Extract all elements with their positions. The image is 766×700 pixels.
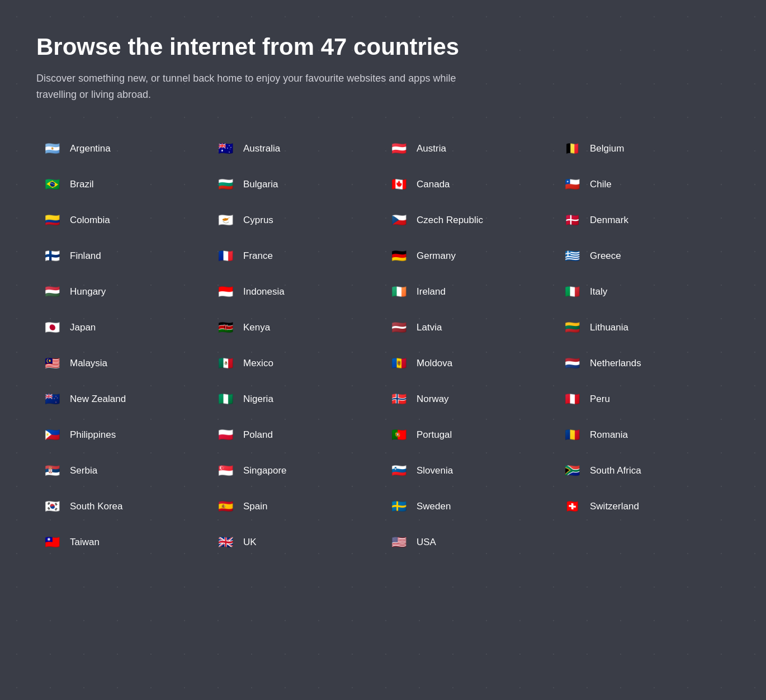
country-name: Bulgaria xyxy=(243,179,278,190)
country-flag: 🇹🇼 xyxy=(41,535,63,550)
country-name: Spain xyxy=(243,501,267,512)
country-name: Ireland xyxy=(417,286,446,297)
country-name: Sweden xyxy=(417,501,451,512)
country-item[interactable]: 🇨🇦Canada xyxy=(383,167,556,202)
country-flag: 🇳🇱 xyxy=(561,356,583,371)
country-item[interactable]: 🇮🇪Ireland xyxy=(383,274,556,310)
country-flag: 🇦🇷 xyxy=(41,141,63,157)
country-flag: 🇨🇾 xyxy=(214,212,237,228)
country-item[interactable]: 🇫🇮Finland xyxy=(36,238,210,274)
page-subtitle: Discover something new, or tunnel back h… xyxy=(36,70,484,103)
country-flag: 🇭🇺 xyxy=(41,284,63,300)
country-name: South Africa xyxy=(590,465,641,476)
country-flag: 🇷🇴 xyxy=(561,427,583,443)
country-flag: 🇷🇸 xyxy=(41,463,63,479)
country-item[interactable]: 🇦🇷Argentina xyxy=(36,131,210,167)
country-flag: 🇫🇷 xyxy=(214,248,237,264)
country-item[interactable]: 🇰🇪Kenya xyxy=(210,310,383,346)
country-item[interactable]: 🇿🇦South Africa xyxy=(556,453,730,489)
country-name: UK xyxy=(243,537,257,548)
country-item[interactable]: 🇸🇬Singapore xyxy=(210,453,383,489)
country-item[interactable]: 🇦🇺Australia xyxy=(210,131,383,167)
country-name: Italy xyxy=(590,286,607,297)
country-name: Germany xyxy=(417,250,456,262)
country-name: Argentina xyxy=(70,143,111,154)
country-name: Malaysia xyxy=(70,358,107,369)
country-item[interactable]: 🇲🇩Moldova xyxy=(383,346,556,381)
country-flag: 🇵🇱 xyxy=(214,427,237,443)
country-flag: 🇮🇪 xyxy=(387,284,410,300)
country-name: Romania xyxy=(590,429,628,441)
country-flag: 🇨🇿 xyxy=(387,212,410,228)
country-flag: 🇦🇹 xyxy=(387,141,410,157)
country-name: Kenya xyxy=(243,322,270,333)
country-item[interactable]: 🇧🇬Bulgaria xyxy=(210,167,383,202)
country-item[interactable]: 🇵🇭Philippines xyxy=(36,417,210,453)
country-flag: 🇺🇸 xyxy=(387,535,410,550)
country-item[interactable]: 🇨🇱Chile xyxy=(556,167,730,202)
country-item[interactable]: 🇨🇴Colombia xyxy=(36,202,210,238)
country-item[interactable]: 🇩🇪Germany xyxy=(383,238,556,274)
country-name: Cyprus xyxy=(243,215,273,226)
country-item[interactable]: 🇪🇸Spain xyxy=(210,489,383,524)
country-name: Hungary xyxy=(70,286,106,297)
country-name: Colombia xyxy=(70,215,110,226)
country-flag: 🇱🇻 xyxy=(387,320,410,335)
country-item[interactable]: 🇱🇻Latvia xyxy=(383,310,556,346)
country-name: USA xyxy=(417,537,436,548)
country-item[interactable]: 🇲🇾Malaysia xyxy=(36,346,210,381)
country-name: South Korea xyxy=(70,501,123,512)
country-item[interactable]: 🇨🇿Czech Republic xyxy=(383,202,556,238)
country-flag: 🇩🇰 xyxy=(561,212,583,228)
country-name: Netherlands xyxy=(590,358,641,369)
country-item[interactable]: 🇷🇸Serbia xyxy=(36,453,210,489)
country-flag: 🇳🇬 xyxy=(214,391,237,407)
country-item[interactable]: 🇯🇵Japan xyxy=(36,310,210,346)
country-item[interactable]: 🇳🇴Norway xyxy=(383,381,556,417)
country-flag: 🇨🇱 xyxy=(561,177,583,192)
country-name: Slovenia xyxy=(417,465,453,476)
country-item[interactable]: 🇧🇷Brazil xyxy=(36,167,210,202)
country-flag: 🇧🇷 xyxy=(41,177,63,192)
country-item[interactable]: 🇧🇪Belgium xyxy=(556,131,730,167)
country-name: Latvia xyxy=(417,322,442,333)
country-name: Denmark xyxy=(590,215,628,226)
country-item[interactable]: 🇭🇺Hungary xyxy=(36,274,210,310)
country-item[interactable]: 🇦🇹Austria xyxy=(383,131,556,167)
country-flag: 🇲🇾 xyxy=(41,356,63,371)
country-item[interactable]: 🇱🇹Lithuania xyxy=(556,310,730,346)
country-item[interactable]: 🇵🇹Portugal xyxy=(383,417,556,453)
country-item[interactable]: 🇹🇼Taiwan xyxy=(36,524,210,560)
country-item[interactable]: 🇨🇾Cyprus xyxy=(210,202,383,238)
country-name: Nigeria xyxy=(243,394,273,405)
country-item[interactable]: 🇵🇱Poland xyxy=(210,417,383,453)
country-name: France xyxy=(243,250,273,262)
country-item[interactable]: 🇲🇽Mexico xyxy=(210,346,383,381)
country-item[interactable]: 🇩🇰Denmark xyxy=(556,202,730,238)
country-item[interactable]: 🇳🇿New Zealand xyxy=(36,381,210,417)
country-item[interactable]: 🇷🇴Romania xyxy=(556,417,730,453)
country-item[interactable]: 🇰🇷South Korea xyxy=(36,489,210,524)
country-name: Norway xyxy=(417,394,449,405)
country-item[interactable]: 🇮🇹Italy xyxy=(556,274,730,310)
country-item[interactable]: 🇮🇩Indonesia xyxy=(210,274,383,310)
country-item[interactable]: 🇬🇷Greece xyxy=(556,238,730,274)
country-item[interactable]: 🇫🇷France xyxy=(210,238,383,274)
country-item[interactable]: 🇳🇱Netherlands xyxy=(556,346,730,381)
country-name: Philippines xyxy=(70,429,116,441)
country-item[interactable]: 🇸🇮Slovenia xyxy=(383,453,556,489)
country-item[interactable]: 🇵🇪Peru xyxy=(556,381,730,417)
country-name: Mexico xyxy=(243,358,273,369)
country-item[interactable]: 🇺🇸USA xyxy=(383,524,556,560)
country-name: Canada xyxy=(417,179,450,190)
country-name: Czech Republic xyxy=(417,215,483,226)
country-name: Lithuania xyxy=(590,322,628,333)
country-item[interactable]: 🇨🇭Switzerland xyxy=(556,489,730,524)
country-item[interactable]: 🇳🇬Nigeria xyxy=(210,381,383,417)
country-flag: 🇸🇬 xyxy=(214,463,237,479)
country-item[interactable]: 🇬🇧UK xyxy=(210,524,383,560)
country-name: New Zealand xyxy=(70,394,126,405)
country-flag: 🇪🇸 xyxy=(214,499,237,514)
country-flag: 🇨🇴 xyxy=(41,212,63,228)
country-item[interactable]: 🇸🇪Sweden xyxy=(383,489,556,524)
